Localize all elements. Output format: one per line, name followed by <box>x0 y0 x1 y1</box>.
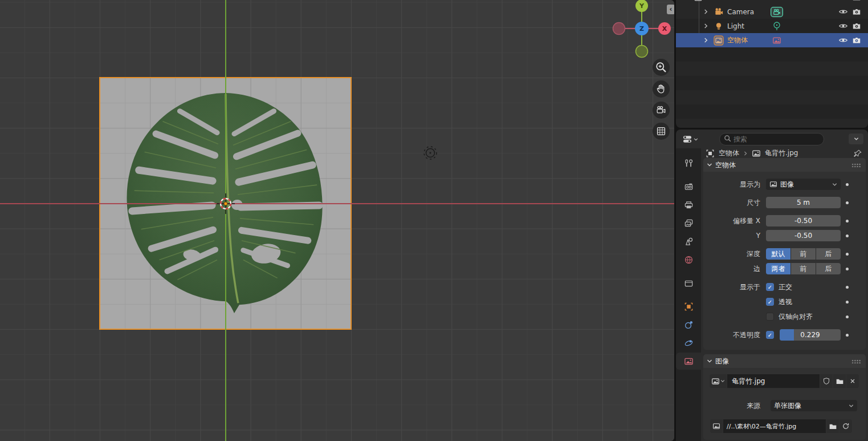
panel-drag-grip[interactable] <box>851 163 861 167</box>
disable-render-toggle[interactable] <box>850 7 863 17</box>
tab-render[interactable] <box>676 178 701 195</box>
fake-user-button[interactable] <box>820 374 833 388</box>
animate-dot[interactable] <box>846 268 849 270</box>
expand-chevron-icon[interactable] <box>703 23 712 29</box>
properties-options-button[interactable] <box>849 133 863 144</box>
outliner-row-collection[interactable]: Collection <box>676 0 868 5</box>
display-as-dropdown[interactable]: 图像 <box>766 179 841 190</box>
disable-render-toggle[interactable] <box>850 36 863 45</box>
axis-aligned-label: 仅轴向对齐 <box>779 312 813 322</box>
offset-y-field[interactable]: -0.50 <box>766 230 841 241</box>
tab-world[interactable] <box>676 251 701 268</box>
eye-icon <box>838 35 848 45</box>
outliner-row-empty-selected[interactable]: 空物体 <box>676 33 868 47</box>
size-label: 尺寸 <box>703 198 760 208</box>
animate-dot[interactable] <box>846 234 849 237</box>
pan-tool-button[interactable] <box>653 80 670 98</box>
orientation-gizmo[interactable]: Y X Z <box>610 0 674 60</box>
properties-editor: 空物体 龟背竹.jpg 空物体 <box>676 130 868 441</box>
side-front-option[interactable]: 前 <box>791 263 816 274</box>
side-both-option[interactable]: 两者 <box>766 263 790 274</box>
panel-image-header[interactable]: 图像 <box>703 354 866 368</box>
unlink-image-button[interactable] <box>846 374 859 388</box>
y-axis-line <box>225 0 226 441</box>
breadcrumb-object-name[interactable]: 空物体 <box>719 148 739 158</box>
image-icon <box>711 377 720 386</box>
light-data-badge-icon[interactable] <box>769 21 784 31</box>
reload-image-button[interactable] <box>840 419 852 433</box>
show-orthographic-row: 显示于 ✓ 正交 <box>703 280 866 294</box>
viewport-3d[interactable]: Y X Z <box>0 0 674 441</box>
disable-render-toggle[interactable] <box>850 22 863 31</box>
svg-text:Z: Z <box>639 25 644 33</box>
collection-icon <box>692 0 704 2</box>
source-dropdown[interactable]: 单张图像 <box>771 400 857 411</box>
tab-physics[interactable] <box>676 334 701 351</box>
animate-dot[interactable] <box>846 334 849 337</box>
folder-icon <box>829 422 837 431</box>
depth-back-option[interactable]: 后 <box>816 248 841 260</box>
tab-object[interactable] <box>676 298 701 315</box>
toggle-grid-button[interactable] <box>653 123 670 140</box>
render-camera-icon <box>852 22 861 31</box>
render-icon <box>684 182 694 192</box>
side-back-option[interactable]: 后 <box>816 263 841 274</box>
animate-dot[interactable] <box>846 183 849 186</box>
depth-front-option[interactable]: 前 <box>791 248 816 260</box>
tab-view-layer[interactable] <box>676 215 701 232</box>
browse-image-button[interactable] <box>710 374 727 388</box>
tab-constraints[interactable] <box>676 316 701 333</box>
animate-dot[interactable] <box>846 301 849 304</box>
pin-id-button[interactable] <box>853 149 862 158</box>
depth-row: 深度 默认 前 后 <box>703 247 866 261</box>
browse-file-button[interactable] <box>826 419 839 433</box>
hide-viewport-toggle[interactable] <box>836 35 850 45</box>
zoom-tool-button[interactable] <box>653 59 670 76</box>
animate-dot[interactable] <box>846 220 849 222</box>
tab-output[interactable] <box>676 196 701 213</box>
offset-x-field[interactable]: -0.50 <box>766 215 841 226</box>
camera-data-badge-icon[interactable] <box>769 7 784 17</box>
editor-type-button[interactable] <box>680 133 700 145</box>
open-image-button[interactable] <box>833 374 846 388</box>
side-label: 边 <box>703 264 760 274</box>
opacity-slider[interactable]: 0.229 <box>780 329 841 341</box>
gizmo-z-ball: Z <box>635 22 649 35</box>
size-field[interactable]: 5 m <box>766 197 841 208</box>
expand-chevron-icon[interactable] <box>703 9 712 14</box>
outliner[interactable]: Collection Camera <box>676 0 868 128</box>
filepath-field[interactable]: //..\素材\02—龟背竹.jpg <box>723 419 826 433</box>
camera-view-button[interactable] <box>653 102 670 119</box>
animate-dot[interactable] <box>846 315 849 318</box>
outliner-row-light[interactable]: Light <box>676 19 868 33</box>
outliner-item-label: Collection <box>707 0 749 2</box>
hide-viewport-toggle[interactable] <box>836 7 850 17</box>
panel-drag-grip[interactable] <box>851 359 861 363</box>
image-data-icon <box>684 357 694 366</box>
hide-viewport-toggle[interactable] <box>836 21 850 31</box>
animate-dot[interactable] <box>846 201 849 204</box>
perspective-checkbox[interactable]: ✓ <box>766 298 774 306</box>
animate-dot[interactable] <box>846 253 849 256</box>
axis-aligned-checkbox[interactable] <box>766 313 774 321</box>
tab-tool[interactable] <box>676 155 701 172</box>
tab-object-data[interactable] <box>676 353 701 370</box>
orthographic-checkbox[interactable]: ✓ <box>766 283 774 291</box>
opacity-checkbox[interactable]: ✓ <box>766 331 774 339</box>
expand-chevron-icon[interactable] <box>703 38 712 43</box>
panel-empty-header[interactable]: 空物体 <box>703 158 866 172</box>
disable-render-toggle[interactable] <box>850 0 863 2</box>
image-data-badge-icon[interactable] <box>769 36 784 45</box>
image-source-icon-button[interactable] <box>710 419 723 433</box>
depth-default-option[interactable]: 默认 <box>766 248 790 260</box>
search-input[interactable] <box>719 133 824 145</box>
image-name-field[interactable]: 龟背竹.jpg <box>727 374 820 388</box>
collapse-region-arrow[interactable]: ‹ <box>667 5 674 14</box>
light-object-gizmo[interactable] <box>421 143 440 163</box>
tab-scene[interactable] <box>676 233 701 250</box>
outliner-row-camera[interactable]: Camera <box>676 5 868 19</box>
hide-viewport-toggle[interactable] <box>836 0 850 2</box>
breadcrumb-data-name[interactable]: 龟背竹.jpg <box>765 148 798 158</box>
tab-collection[interactable] <box>676 274 701 292</box>
animate-dot[interactable] <box>846 286 849 289</box>
